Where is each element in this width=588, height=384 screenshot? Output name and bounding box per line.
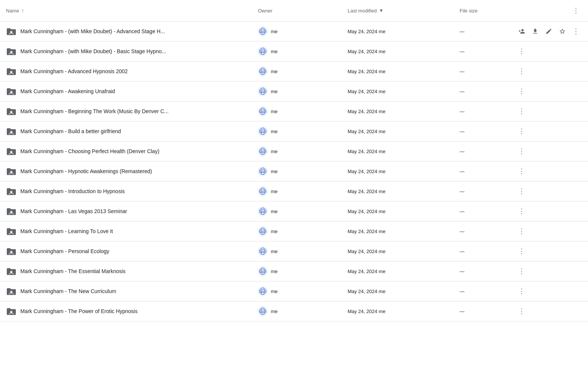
owner-name: me <box>271 249 277 254</box>
folder-icon <box>6 227 17 235</box>
file-name[interactable]: Mark Cunningham - Advanced Hypnosis 2002 <box>20 68 128 74</box>
file-name[interactable]: Mark Cunningham - Build a better girlfri… <box>20 128 121 134</box>
svg-text:SFX: SFX <box>261 230 265 233</box>
table-row: Mark Cunningham - Awakening Unafraid SFX… <box>0 81 588 101</box>
more-options-button[interactable]: ⋮ <box>570 25 582 37</box>
file-size: — <box>459 169 464 174</box>
file-name[interactable]: Mark Cunningham - Beginning The Work (Mu… <box>20 108 168 114</box>
more-options-button[interactable]: ⋮ <box>516 85 528 97</box>
sort-arrow-icon: ↑ <box>21 8 24 14</box>
file-name[interactable]: Mark Cunningham - The New Curriculum <box>20 288 116 294</box>
svg-point-112 <box>10 311 12 313</box>
actions-cell: ⋮ <box>513 22 588 41</box>
name-cell: Mark Cunningham - Las Vegas 2013 Seminar <box>0 201 255 221</box>
actions-cell: ⋮ <box>513 241 588 261</box>
modified-date: May 24, 2024 me <box>348 69 385 74</box>
modified-date: May 24, 2024 me <box>348 49 385 54</box>
column-header-file-size[interactable]: File size <box>456 0 513 22</box>
modified-date: May 24, 2024 me <box>348 249 385 254</box>
more-options-button[interactable]: ⋮ <box>516 185 528 197</box>
column-header-owner[interactable]: Owner <box>255 0 345 22</box>
file-name[interactable]: Mark Cunningham - Choosing Perfect Healt… <box>20 148 159 154</box>
modified-date: May 24, 2024 me <box>348 309 385 314</box>
svg-text:SFX: SFX <box>261 131 265 133</box>
file-name[interactable]: Mark Cunningham - Hypnotic Awakenings (R… <box>20 168 152 174</box>
more-options-button[interactable]: ⋮ <box>516 45 528 57</box>
modified-cell: May 24, 2024 me <box>345 101 456 121</box>
modified-cell: May 24, 2024 me <box>345 221 456 241</box>
avatar: SFX <box>258 126 268 136</box>
more-options-button[interactable]: ⋮ <box>516 105 528 117</box>
file-name[interactable]: Mark Cunningham - The Essential Marknosi… <box>20 268 126 274</box>
column-header-name[interactable]: Name ↑ <box>0 0 255 22</box>
owner-cell: SFX me <box>255 81 345 101</box>
svg-point-64 <box>10 191 12 193</box>
file-list-table: Name ↑ Owner Last modified ▼ File size ⋮ <box>0 0 588 321</box>
column-size-label: File size <box>459 8 478 14</box>
add-person-button[interactable] <box>516 25 528 37</box>
owner-name: me <box>271 309 277 314</box>
more-options-button[interactable]: ⋮ <box>516 265 528 277</box>
name-cell: Mark Cunningham - The Power of Erotic Hy… <box>0 301 255 321</box>
modified-date: May 24, 2024 me <box>348 29 385 34</box>
name-cell: Mark Cunningham - Hypnotic Awakenings (R… <box>0 161 255 181</box>
rename-button[interactable] <box>543 25 555 37</box>
file-name[interactable]: Mark Cunningham - (with Mike Doubet) - A… <box>20 28 165 34</box>
more-options-button[interactable]: ⋮ <box>516 165 528 177</box>
modified-date: May 24, 2024 me <box>348 89 385 94</box>
svg-text:SFX: SFX <box>261 51 265 53</box>
file-name[interactable]: Mark Cunningham - The Power of Erotic Hy… <box>20 308 138 314</box>
svg-text:SFX: SFX <box>261 170 265 173</box>
file-name[interactable]: Mark Cunningham - Las Vegas 2013 Seminar <box>20 208 127 214</box>
owner-cell: SFX me <box>255 281 345 301</box>
file-size: — <box>459 89 464 94</box>
svg-point-24 <box>10 91 12 93</box>
size-cell: — <box>456 161 513 181</box>
size-cell: — <box>456 281 513 301</box>
header-more-options-button[interactable]: ⋮ <box>570 5 582 17</box>
file-name[interactable]: Mark Cunningham - Awakening Unafraid <box>20 88 115 94</box>
more-options-button[interactable]: ⋮ <box>516 125 528 137</box>
svg-point-32 <box>10 111 12 113</box>
name-cell: Mark Cunningham - Awakening Unafraid <box>0 81 255 101</box>
table-row: Mark Cunningham - The Essential Marknosi… <box>0 261 588 281</box>
owner-cell: SFX me <box>255 301 345 321</box>
more-options-button[interactable]: ⋮ <box>516 245 528 257</box>
folder-icon <box>6 27 17 35</box>
owner-name: me <box>271 169 277 174</box>
owner-name: me <box>271 109 277 114</box>
actions-cell: ⋮ <box>513 61 588 81</box>
file-name[interactable]: Mark Cunningham - (with Mike Doubet) - B… <box>20 48 166 54</box>
svg-point-80 <box>10 231 12 233</box>
file-name[interactable]: Mark Cunningham - Learning To Love It <box>20 228 113 234</box>
file-name[interactable]: Mark Cunningham - Personal Ecology <box>20 248 109 254</box>
modified-cell: May 24, 2024 me <box>345 61 456 81</box>
svg-point-40 <box>10 131 12 133</box>
more-options-button[interactable]: ⋮ <box>516 225 528 237</box>
modified-cell: May 24, 2024 me <box>345 261 456 281</box>
more-options-button[interactable]: ⋮ <box>516 205 528 217</box>
name-cell: Mark Cunningham - Beginning The Work (Mu… <box>0 101 255 121</box>
name-cell: Mark Cunningham - Advanced Hypnosis 2002 <box>0 61 255 81</box>
more-options-button[interactable]: ⋮ <box>516 145 528 157</box>
column-name-label: Name <box>6 8 19 14</box>
actions-cell: ⋮ <box>513 201 588 221</box>
more-options-button[interactable]: ⋮ <box>516 305 528 317</box>
more-options-button[interactable]: ⋮ <box>516 65 528 77</box>
modified-cell: May 24, 2024 me <box>345 22 456 41</box>
owner-cell: SFX me <box>255 41 345 61</box>
column-header-last-modified[interactable]: Last modified ▼ <box>345 0 456 22</box>
actions-cell: ⋮ <box>513 141 588 161</box>
modified-date: May 24, 2024 me <box>348 289 385 294</box>
file-name[interactable]: Mark Cunningham - Introduction to Hypnos… <box>20 188 125 194</box>
more-options-button[interactable]: ⋮ <box>516 285 528 297</box>
svg-point-72 <box>10 211 12 213</box>
avatar: SFX <box>258 106 268 116</box>
name-cell: Mark Cunningham - Introduction to Hypnos… <box>0 181 255 201</box>
owner-cell: SFX me <box>255 241 345 261</box>
avatar: SFX <box>258 306 268 316</box>
star-button[interactable] <box>556 25 568 37</box>
table-row: Mark Cunningham - Personal Ecology SFX m… <box>0 241 588 261</box>
file-size: — <box>459 249 464 254</box>
download-button[interactable] <box>529 25 541 37</box>
